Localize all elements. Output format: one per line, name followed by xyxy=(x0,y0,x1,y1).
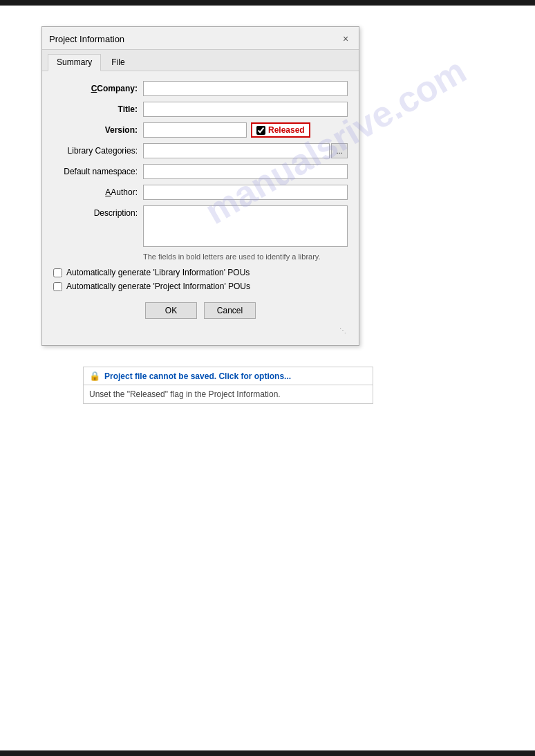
dialog-title: Project Information xyxy=(49,34,124,44)
dialog-tabs: Summary File xyxy=(42,50,359,71)
notification-body: Unset the "Released" flag in the Project… xyxy=(83,385,373,404)
resize-handle: ⋱ xyxy=(53,327,348,335)
title-row: Title: xyxy=(53,102,348,117)
company-label: CCompany: xyxy=(53,84,143,93)
lock-icon: 🔒 xyxy=(89,371,100,381)
auto-proj-checkbox-row: Automatically generate 'Project Informat… xyxy=(53,282,348,291)
dialog-title-bar: Project Information × xyxy=(42,27,359,50)
notification-body-text: Unset the "Released" flag in the Project… xyxy=(89,389,281,399)
title-label: Title: xyxy=(53,104,143,114)
ok-button[interactable]: OK xyxy=(145,302,197,319)
released-label: Released xyxy=(268,125,305,135)
version-row: Version: Released xyxy=(53,122,348,138)
default-namespace-row: Default namespace: xyxy=(53,164,348,179)
cancel-button[interactable]: Cancel xyxy=(204,302,256,319)
auto-lib-checkbox[interactable] xyxy=(53,268,62,277)
top-bar xyxy=(0,0,535,6)
tab-summary[interactable]: Summary xyxy=(48,54,101,71)
library-categories-browse-button[interactable]: ... xyxy=(331,143,348,158)
version-input[interactable] xyxy=(143,122,247,138)
released-checkbox[interactable] xyxy=(256,126,265,135)
notification-title[interactable]: Project file cannot be saved. Click for … xyxy=(104,371,291,381)
library-categories-row: Library Categories: ... xyxy=(53,143,348,158)
company-input[interactable] xyxy=(143,81,348,96)
author-row: AAuthor: xyxy=(53,185,348,200)
project-info-dialog: Project Information × Summary File CComp… xyxy=(41,26,359,346)
auto-lib-label[interactable]: Automatically generate 'Library Informat… xyxy=(66,268,250,277)
tab-file[interactable]: File xyxy=(102,54,133,71)
title-input[interactable] xyxy=(143,102,348,117)
auto-proj-label[interactable]: Automatically generate 'Project Informat… xyxy=(66,282,250,291)
resize-dots-icon: ⋱ xyxy=(339,327,346,334)
auto-lib-checkbox-row: Automatically generate 'Library Informat… xyxy=(53,268,348,277)
page-wrapper: manualsrive.com Project Information × Su… xyxy=(0,0,535,756)
bottom-bar xyxy=(0,750,535,756)
library-categories-label: Library Categories: xyxy=(53,146,143,156)
auto-proj-checkbox[interactable] xyxy=(53,282,62,291)
version-label: Version: xyxy=(53,125,143,135)
dialog-area: Project Information × Summary File CComp… xyxy=(0,6,535,425)
default-namespace-label: Default namespace: xyxy=(53,167,143,176)
author-label: AAuthor: xyxy=(53,187,143,197)
author-input[interactable] xyxy=(143,185,348,200)
default-namespace-input[interactable] xyxy=(143,164,348,179)
description-textarea[interactable] xyxy=(143,205,348,247)
company-row: CCompany: xyxy=(53,81,348,96)
notification-header: 🔒 Project file cannot be saved. Click fo… xyxy=(83,367,373,385)
library-categories-input[interactable] xyxy=(143,143,330,158)
dialog-content: CCompany: Title: Version: xyxy=(42,71,359,345)
bold-fields-note: The fields in bold letters are used to i… xyxy=(53,252,348,261)
notification-area: 🔒 Project file cannot be saved. Click fo… xyxy=(83,367,373,404)
released-wrapper: Released xyxy=(251,122,310,138)
description-row: Description: xyxy=(53,205,348,247)
description-label: Description: xyxy=(53,208,143,218)
dialog-close-button[interactable]: × xyxy=(339,33,352,45)
dialog-buttons: OK Cancel xyxy=(53,295,348,327)
